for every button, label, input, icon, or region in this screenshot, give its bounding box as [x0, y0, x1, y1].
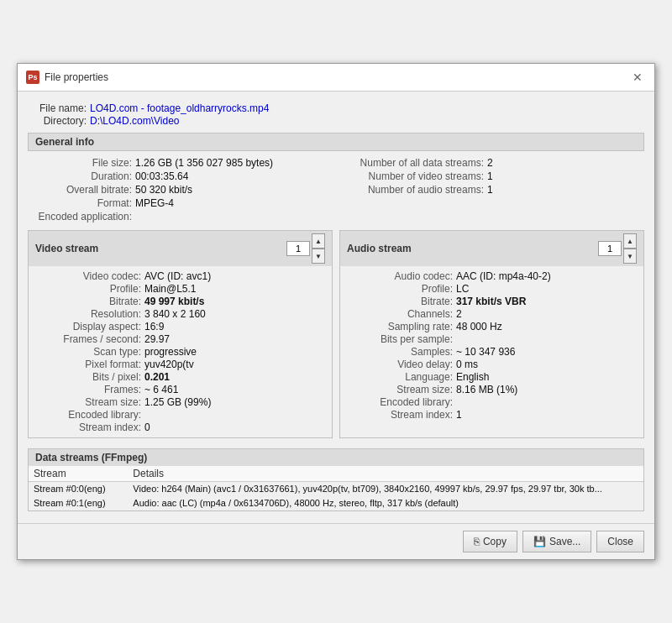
general-left-row: Duration:00:03:35.64 [34, 170, 336, 182]
general-right-row: Number of audio streams:1 [336, 184, 638, 196]
audio-row-label: Bitrate: [347, 296, 456, 307]
video-stream-row: Video codec:AVC (ID: avc1) [35, 270, 325, 282]
general-left-row: Encoded application: [34, 211, 336, 222]
video-row-value: Main@L5.1 [144, 283, 197, 295]
video-row-value: 16:9 [144, 321, 164, 332]
audio-stream-row: Video delay:0 ms [347, 359, 637, 370]
table-row: Stream #0:0(eng)Video: h264 (Main) (avc1… [29, 482, 643, 496]
general-left-label: Format: [34, 197, 135, 209]
video-stream-row: Display aspect:16:9 [35, 321, 325, 332]
audio-stream-row: Audio codec:AAC (ID: mp4a-40-2) [347, 270, 637, 282]
video-counter-up[interactable]: ▲ [312, 233, 325, 249]
video-stream-row: Bits / pixel:0.201 [35, 371, 325, 383]
general-info-header: General info [28, 133, 644, 151]
video-stream-row: Encoded library: [35, 409, 325, 421]
file-info-section: File name: LO4D.com - footage_oldharryro… [28, 98, 644, 133]
video-row-label: Resolution: [35, 308, 144, 320]
video-counter-down[interactable]: ▼ [312, 249, 325, 264]
audio-row-label: Audio codec: [347, 270, 456, 282]
copy-label: Copy [483, 536, 507, 547]
col-details: Details [128, 466, 643, 482]
video-stream-row: Bitrate:49 997 kbit/s [35, 296, 325, 307]
stream-details: Video: h264 (Main) (avc1 / 0x31637661), … [128, 482, 643, 496]
video-row-value: 3 840 x 2 160 [144, 308, 206, 320]
audio-row-value: LC [456, 283, 469, 295]
general-right-value: 2 [487, 157, 493, 169]
data-streams-table: Stream Details Stream #0:0(eng)Video: h2… [29, 466, 643, 510]
directory-row: Directory: D:\LO4D.com\Video [28, 115, 644, 127]
general-left-row: Overall bitrate:50 320 kbit/s [34, 184, 336, 196]
audio-stream-row: Language:English [347, 371, 637, 383]
audio-row-value: 2 [456, 308, 462, 320]
footer: ⎘ Copy 💾 Save... Close [18, 523, 654, 559]
filename-label: File name: [28, 102, 87, 114]
general-info-section: General info File size:1.26 GB (1 356 02… [28, 133, 644, 225]
audio-stream-row: Bitrate:317 kbit/s VBR [347, 296, 637, 307]
general-right-label: Number of all data streams: [336, 157, 487, 169]
copy-button[interactable]: ⎘ Copy [463, 531, 517, 552]
video-stream-row: Stream index:0 [35, 421, 325, 433]
general-left-label: Encoded application: [34, 211, 135, 222]
filename-value: LO4D.com - footage_oldharryrocks.mp4 [90, 102, 269, 114]
video-row-value: ~ 6 461 [144, 384, 178, 395]
audio-stream-body: Audio codec:AAC (ID: mp4a-40-2)Profile:L… [340, 266, 643, 425]
directory-label: Directory: [28, 115, 87, 127]
general-right-row: Number of all data streams:2 [336, 157, 638, 169]
video-row-label: Profile: [35, 283, 144, 295]
video-row-label: Scan type: [35, 346, 144, 358]
close-button[interactable]: Close [596, 531, 644, 552]
video-row-label: Frames / second: [35, 333, 144, 345]
video-row-value: 0 [144, 421, 150, 433]
audio-row-label: Video delay: [347, 359, 456, 370]
video-row-label: Bitrate: [35, 296, 144, 307]
general-right-value: 1 [487, 170, 493, 182]
video-row-value: yuv420p(tv [144, 359, 194, 370]
video-row-label: Video codec: [35, 270, 144, 282]
general-right: Number of all data streams:2Number of vi… [336, 156, 638, 223]
video-stream-section: Video stream ▲ ▼ Video codec:AVC (ID: av… [28, 230, 333, 438]
dialog-body: File name: LO4D.com - footage_oldharryro… [18, 92, 654, 523]
general-left-label: File size: [34, 157, 135, 169]
audio-row-label: Stream size: [347, 384, 456, 395]
general-left-label: Duration: [34, 170, 135, 182]
video-row-value: 1.25 GB (99%) [144, 396, 211, 408]
general-left-value: 1.26 GB (1 356 027 985 bytes) [135, 157, 273, 169]
audio-row-label: Stream index: [347, 409, 456, 421]
audio-stream-counter-input[interactable] [598, 241, 622, 256]
general-left-value: 00:03:35.64 [135, 170, 188, 182]
close-icon[interactable]: ✕ [629, 69, 646, 86]
video-row-label: Stream index: [35, 421, 144, 433]
audio-row-value: 8.16 MB (1%) [456, 384, 517, 395]
audio-stream-row: Bits per sample: [347, 333, 637, 345]
video-stream-body: Video codec:AVC (ID: avc1)Profile:Main@L… [29, 266, 332, 437]
data-streams-header: Data streams (FFmpeg) [29, 449, 643, 466]
audio-stream-counter: ▲ ▼ [598, 233, 637, 264]
title-bar-left: Ps File properties [26, 71, 108, 84]
audio-stream-row: Profile:LC [347, 283, 637, 295]
audio-stream-header: Audio stream ▲ ▼ [340, 231, 643, 266]
general-right-row: Number of video streams:1 [336, 170, 638, 182]
general-left-label: Overall bitrate: [34, 184, 135, 196]
video-stream-counter: ▲ ▼ [286, 233, 325, 264]
audio-row-value: AAC (ID: mp4a-40-2) [456, 270, 551, 282]
video-stream-row: Frames:~ 6 461 [35, 384, 325, 395]
video-stream-row: Frames / second:29.97 [35, 333, 325, 345]
video-stream-row: Resolution:3 840 x 2 160 [35, 308, 325, 320]
audio-counter-up[interactable]: ▲ [623, 233, 637, 249]
general-right-value: 1 [487, 184, 493, 196]
audio-row-value: 1 [456, 409, 462, 421]
audio-row-label: Channels: [347, 308, 456, 320]
video-row-value: 29.97 [144, 333, 170, 345]
video-row-value: AVC (ID: avc1) [144, 270, 211, 282]
video-stream-counter-input[interactable] [286, 241, 310, 256]
file-properties-dialog: Ps File properties ✕ File name: LO4D.com… [17, 63, 655, 560]
streams-wrapper: Video stream ▲ ▼ Video codec:AVC (ID: av… [28, 230, 644, 443]
video-stream-row: Scan type:progressive [35, 346, 325, 358]
audio-counter-down[interactable]: ▼ [623, 249, 637, 264]
audio-row-label: Language: [347, 371, 456, 383]
audio-row-value: ~ 10 347 936 [456, 346, 515, 358]
save-button[interactable]: 💾 Save... [522, 531, 591, 552]
general-left-value: MPEG-4 [135, 197, 174, 209]
audio-stream-section: Audio stream ▲ ▼ Audio codec:AAC (ID: mp… [339, 230, 644, 438]
general-right-label: Number of audio streams: [336, 184, 487, 196]
